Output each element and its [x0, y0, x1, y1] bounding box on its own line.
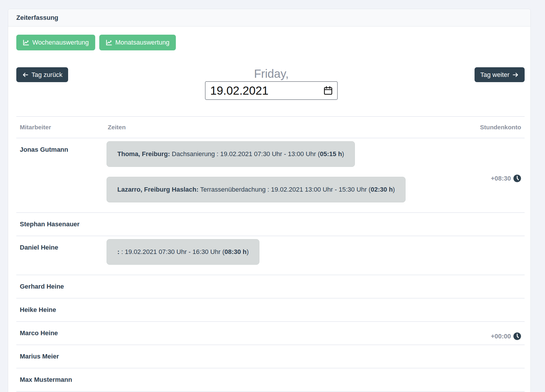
clock-icon — [513, 174, 521, 182]
previous-day-label: Tag zurück — [31, 72, 62, 78]
account-cell: +00:00 — [458, 322, 525, 345]
table-row: Heike Heine — [16, 299, 525, 322]
entry-duration: 08:30 h — [224, 248, 247, 255]
date-field-wrap — [205, 81, 338, 100]
time-entry[interactable]: : : 19.02.2021 07:30 Uhr - 16:30 Uhr (08… — [107, 239, 259, 265]
account-cell: +08:30 — [458, 138, 525, 212]
entry-text: Terrassenüberdachung : 19.02.2021 13:00 … — [199, 186, 371, 193]
chart-line-icon — [23, 39, 29, 46]
entries-cell: : : 19.02.2021 07:30 Uhr - 16:30 Uhr (08… — [104, 236, 458, 275]
table-row: Marius Meier — [16, 345, 525, 368]
account-cell — [458, 236, 525, 275]
employee-name: Marco Heine — [16, 322, 104, 345]
time-entry[interactable]: Thoma, Freiburg: Dachsanierung : 19.02.2… — [107, 141, 355, 167]
table-row: Gerhard Heine — [16, 275, 525, 299]
entry-text: : 19.02.2021 07:30 Uhr - 16:30 Uhr ( — [119, 248, 224, 255]
clock-icon — [513, 332, 521, 340]
day-navigation: Tag zurück Friday, Tag weiter — [16, 67, 525, 100]
employee-name: Marius Meier — [16, 345, 104, 368]
entry-close: ) — [393, 186, 395, 193]
week-report-label: Wochenauswertung — [32, 39, 89, 46]
table-header-row: Mitarbeiter Zeiten Stundenkonto — [16, 116, 525, 138]
account-cell — [458, 345, 525, 368]
entry-duration: 02:30 h — [371, 186, 393, 193]
time-tracking-table: Mitarbeiter Zeiten Stundenkonto Jonas Gu… — [16, 116, 525, 392]
arrow-left-icon — [22, 72, 29, 78]
account-cell — [458, 275, 525, 298]
entries-cell — [104, 345, 458, 368]
employee-name: Stephan Hasenauer — [16, 213, 104, 236]
entry-close: ) — [342, 150, 344, 158]
date-input[interactable] — [205, 81, 338, 100]
entries-cell — [104, 368, 458, 391]
account-cell — [458, 299, 525, 321]
column-header-employee: Mitarbeiter — [16, 117, 104, 138]
report-toolbar: Wochenauswertung Monatsauswertung — [16, 35, 525, 50]
table-row: Jonas Gutmann Thoma, Freiburg: Dachsanie… — [16, 138, 525, 213]
account-cell — [458, 368, 525, 391]
table-row: Max Mustermann — [16, 368, 525, 392]
next-day-button[interactable]: Tag weiter — [475, 67, 525, 82]
account-value: +00:00 — [491, 333, 511, 340]
employee-name: Jonas Gutmann — [16, 138, 104, 212]
employee-name: Gerhard Heine — [16, 275, 104, 298]
page-title: Zeiterfassung — [16, 14, 58, 22]
column-header-account: Stundenkonto — [458, 117, 525, 138]
entries-cell: Thoma, Freiburg: Dachsanierung : 19.02.2… — [104, 138, 458, 212]
card-body: Wochenauswertung Monatsauswertung — [8, 27, 530, 392]
zeiterfassung-card: Zeiterfassung Wochenauswertung — [8, 9, 531, 392]
entry-text: Dachsanierung : 19.02.2021 07:30 Uhr - 1… — [170, 150, 320, 158]
entry-duration: 05:15 h — [320, 150, 342, 158]
employee-name: Daniel Heine — [16, 236, 104, 275]
entry-close: ) — [247, 248, 249, 255]
employee-name: Heike Heine — [16, 299, 104, 321]
previous-day-button[interactable]: Tag zurück — [16, 67, 68, 82]
column-header-times: Zeiten — [104, 117, 458, 138]
entry-client: Lazarro, Freiburg Haslach: — [117, 186, 199, 193]
table-row: Marco Heine +00:00 — [16, 322, 525, 345]
table-row: Daniel Heine : : 19.02.2021 07:30 Uhr - … — [16, 236, 525, 275]
table-row: Stephan Hasenauer — [16, 213, 525, 236]
time-entry[interactable]: Lazarro, Freiburg Haslach: Terrassenüber… — [107, 177, 406, 202]
entry-client: Thoma, Freiburg: — [117, 150, 170, 158]
month-report-label: Monatsauswertung — [115, 39, 169, 46]
table-body: Jonas Gutmann Thoma, Freiburg: Dachsanie… — [16, 138, 525, 392]
entries-cell — [104, 322, 458, 345]
calendar-icon[interactable] — [323, 86, 333, 97]
entries-cell — [104, 275, 458, 298]
account-value: +08:30 — [491, 175, 511, 182]
week-report-button[interactable]: Wochenauswertung — [16, 35, 95, 50]
arrow-right-icon — [512, 72, 519, 78]
employee-name: Max Mustermann — [16, 368, 104, 391]
entries-cell — [104, 213, 458, 236]
month-report-button[interactable]: Monatsauswertung — [99, 35, 176, 50]
weekday-label: Friday, — [68, 67, 474, 80]
next-day-label: Tag weiter — [480, 72, 509, 78]
entries-cell — [104, 299, 458, 321]
chart-line-icon — [106, 39, 112, 46]
date-picker-block: Friday, — [68, 67, 474, 100]
card-header: Zeiterfassung — [8, 9, 530, 27]
account-cell — [458, 213, 525, 236]
